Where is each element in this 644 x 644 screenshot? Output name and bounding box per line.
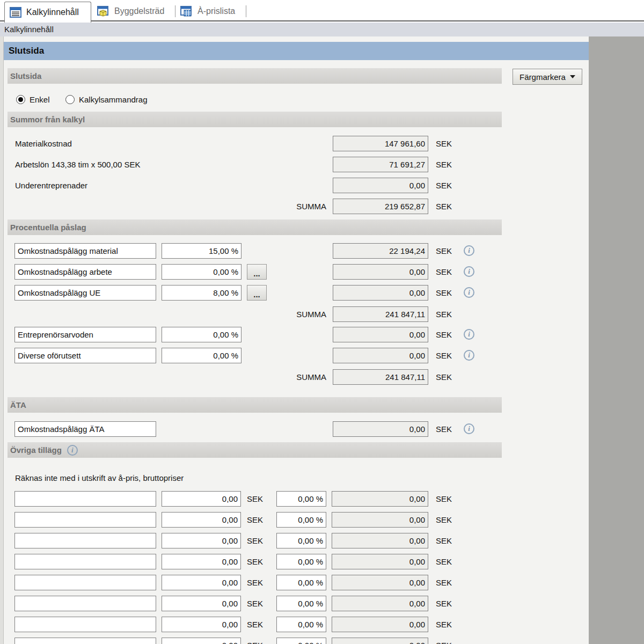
tab-a-prislista[interactable]: À-prislista — [180, 3, 235, 19]
extra-percent-input[interactable] — [276, 575, 326, 590]
extra-percent-input[interactable] — [276, 533, 326, 548]
extra-total-field — [332, 533, 428, 548]
tab-label: Kalkylinnehåll — [26, 8, 79, 17]
currency-label: SEK — [247, 533, 263, 548]
oforutsett-total-field — [333, 348, 428, 363]
paslag-percent-input[interactable] — [162, 285, 241, 301]
info-icon[interactable]: i — [464, 287, 474, 298]
extra-name-input[interactable] — [14, 533, 156, 548]
extra-percent-input[interactable] — [276, 596, 326, 611]
browse-button[interactable]: ... — [247, 264, 267, 280]
ata-name-input[interactable] — [14, 421, 156, 437]
radio-label: Enkel — [30, 95, 50, 104]
currency-label: SEK — [436, 533, 452, 548]
fargmarkera-button[interactable]: Färgmarkera — [513, 69, 582, 85]
extra-percent-input[interactable] — [276, 491, 326, 507]
section-header-ovriga: Övriga tillägg i — [8, 442, 502, 458]
row-label: Materialkostnad — [15, 136, 72, 151]
currency-label: SEK — [436, 136, 452, 151]
ata-total-field — [333, 421, 428, 437]
currency-label: SEK — [436, 512, 452, 528]
info-icon[interactable]: i — [464, 266, 474, 277]
paslag-percent-input[interactable] — [162, 243, 241, 259]
extra-amount-input[interactable] — [162, 554, 241, 569]
info-icon[interactable]: i — [67, 445, 78, 456]
extra-amount-input[interactable] — [162, 575, 241, 590]
paslag-name-input[interactable] — [14, 264, 156, 280]
currency-label: SEK — [247, 575, 263, 590]
extra-total-field — [332, 638, 428, 644]
extra-percent-input[interactable] — [276, 554, 326, 569]
paslag-name-input[interactable] — [14, 243, 156, 259]
currency-label: SEK — [247, 554, 263, 569]
extra-name-input[interactable] — [14, 617, 156, 632]
paslag-percent-input[interactable] — [162, 264, 241, 280]
currency-label: SEK — [436, 178, 452, 193]
info-icon[interactable]: i — [464, 245, 474, 256]
summa-label: SUMMA — [247, 199, 326, 214]
extra-amount-input[interactable] — [162, 512, 241, 528]
paslag-name-input[interactable] — [14, 285, 156, 301]
currency-label: SEK — [436, 638, 452, 644]
currency-label: SEK — [436, 348, 452, 363]
extra-total-field — [332, 491, 428, 507]
paslag-total-field — [333, 243, 428, 259]
tab-label: Byggdelsträd — [114, 6, 164, 16]
fargmarkera-label: Färgmarkera — [519, 72, 566, 82]
extra-name-input[interactable] — [14, 554, 156, 569]
extra-amount-input[interactable] — [162, 533, 241, 548]
arbetslon-field — [333, 157, 428, 172]
extra-name-input[interactable] — [14, 638, 156, 644]
extra-total-field — [332, 617, 428, 632]
extra-percent-input[interactable] — [276, 617, 326, 632]
ovriga-note: Räknas inte med i utskrift av å-pris, br… — [15, 473, 184, 483]
underentreprenader-field — [333, 178, 428, 193]
currency-label: SEK — [436, 596, 452, 611]
oforutsett-name-input[interactable] — [14, 348, 156, 363]
extra-percent-input[interactable] — [276, 512, 326, 528]
paslag-total-field — [333, 285, 428, 301]
oforutsett-percent-input[interactable] — [162, 348, 241, 363]
application-window: Kalkylinnehåll Byggdelsträd — [0, 0, 644, 644]
unit-price-list-icon — [180, 6, 193, 17]
currency-label: SEK — [436, 491, 452, 507]
radio-enkel[interactable]: Enkel — [16, 95, 50, 104]
extra-amount-input[interactable] — [162, 638, 241, 644]
summa-paslag-field — [333, 306, 428, 322]
left-gutter — [0, 36, 4, 644]
currency-label: SEK — [436, 421, 452, 437]
currency-label: SEK — [436, 327, 452, 342]
summa-paslag2-field — [333, 369, 428, 385]
arvoden-name-input[interactable] — [14, 327, 156, 342]
currency-label: SEK — [436, 575, 452, 590]
extra-total-field — [332, 575, 428, 590]
currency-label: SEK — [436, 306, 452, 322]
currency-label: SEK — [247, 596, 263, 611]
extra-name-input[interactable] — [14, 575, 156, 590]
tab-strip-divider — [0, 20, 644, 21]
view-title-bar: Kalkylinnehåll — [0, 23, 644, 36]
extra-amount-input[interactable] — [162, 491, 241, 507]
currency-label: SEK — [436, 285, 452, 301]
currency-label: SEK — [436, 157, 452, 172]
extra-amount-input[interactable] — [162, 596, 241, 611]
info-icon[interactable]: i — [464, 423, 474, 434]
radio-kalkylsammandrag[interactable]: Kalkylsammandrag — [65, 95, 148, 104]
section-header-procent: Procentuella påslag — [8, 219, 502, 235]
info-icon[interactable]: i — [464, 350, 474, 361]
extra-amount-input[interactable] — [162, 617, 241, 632]
arvoden-percent-input[interactable] — [162, 327, 241, 342]
extra-name-input[interactable] — [14, 512, 156, 528]
currency-label: SEK — [436, 243, 452, 259]
info-icon[interactable]: i — [464, 329, 474, 340]
extra-name-input[interactable] — [14, 491, 156, 507]
tab-byggdelstrad[interactable]: Byggdelsträd — [97, 3, 164, 19]
extra-percent-input[interactable] — [276, 638, 326, 644]
tab-kalkylinnehall[interactable]: Kalkylinnehåll — [4, 2, 91, 23]
section-header-summor: Summor från kalkyl — [8, 112, 502, 127]
currency-label: SEK — [247, 638, 263, 644]
browse-button[interactable]: ... — [247, 285, 267, 301]
right-gutter — [589, 36, 644, 644]
extra-name-input[interactable] — [14, 596, 156, 611]
currency-label: SEK — [247, 617, 263, 632]
